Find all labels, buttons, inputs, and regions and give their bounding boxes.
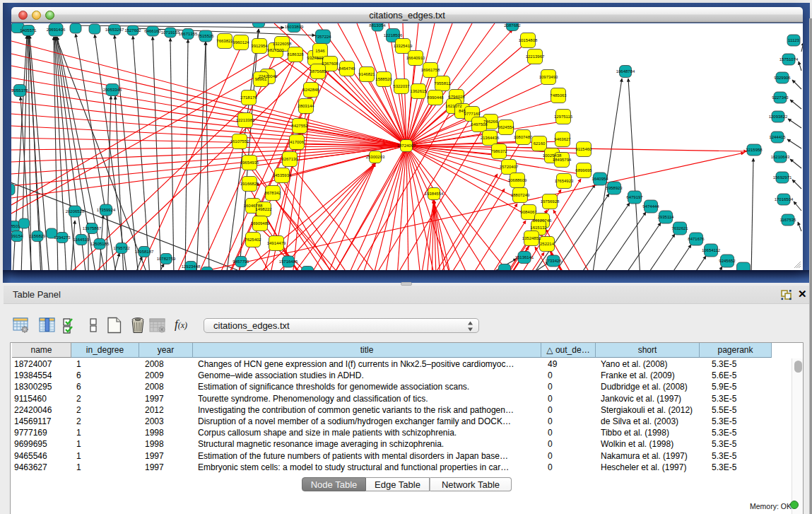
svg-text:9146821: 9146821 [358,72,375,76]
svg-text:9245652: 9245652 [719,259,736,263]
svg-text:16033809: 16033809 [285,25,304,29]
svg-text:12213382: 12213382 [236,118,255,122]
svg-text:15136141: 15136141 [515,255,534,259]
svg-text:2367608: 2367608 [322,62,339,66]
svg-text:1527602: 1527602 [124,28,141,33]
svg-text:7485063: 7485063 [550,93,567,98]
svg-text:9115460: 9115460 [576,147,593,151]
svg-text:13975867: 13975867 [83,226,102,230]
svg-text:1588520: 1588520 [375,77,392,81]
svg-text:9327503: 9327503 [307,56,324,60]
svg-text:9827500: 9827500 [267,48,284,52]
svg-text:417006: 417006 [290,140,305,144]
svg-text:12505185: 12505185 [90,242,110,246]
svg-text:5322037: 5322037 [393,84,410,88]
svg-text:1294273: 1294273 [54,235,71,240]
svg-text:18501: 18501 [11,224,20,228]
svg-text:8678342: 8678342 [264,191,281,195]
svg-text:8454749: 8454749 [339,66,355,71]
svg-text:7625402: 7625402 [245,238,261,242]
svg-text:16671355: 16671355 [179,32,198,36]
svg-text:20691406: 20691406 [47,28,66,32]
svg-text:20206528: 20206528 [66,209,85,214]
svg-text:9960124: 9960124 [233,40,249,45]
svg-text:2087682: 2087682 [504,23,521,28]
svg-text:15716485: 15716485 [279,259,298,264]
svg-text:12923448: 12923448 [182,264,201,269]
svg-text:9084067: 9084067 [520,210,537,214]
svg-text:17359924: 17359924 [97,208,116,212]
svg-text:18724007: 18724007 [397,144,416,148]
svg-text:1405571: 1405571 [20,28,37,33]
svg-text:18807249: 18807249 [511,193,530,197]
svg-text:14914479: 14914479 [267,241,286,245]
svg-text:9329906: 9329906 [774,76,791,80]
svg-text:1498222: 1498222 [255,207,272,211]
svg-text:252214: 252214 [540,242,555,246]
svg-text:98961: 98961 [255,77,267,81]
svg-text:8990448: 8990448 [427,95,444,100]
svg-text:2803144: 2803144 [298,104,314,108]
svg-text:15720407: 15720407 [500,165,519,169]
svg-text:6466160: 6466160 [144,29,161,33]
svg-text:8813054: 8813054 [369,23,386,28]
svg-text:25300203: 25300203 [366,155,385,159]
svg-text:7357224: 7357224 [314,35,331,39]
svg-text:10958187: 10958187 [135,250,154,254]
svg-text:9463627: 9463627 [554,137,571,141]
svg-text:17654923: 17654923 [555,179,574,183]
svg-text:10807487: 10807487 [514,135,533,139]
svg-text:10653267: 10653267 [105,28,124,32]
svg-text:9474444: 9474444 [642,204,659,209]
svg-text:1156829: 1156829 [30,234,47,238]
svg-text:7515526: 7515526 [197,34,214,38]
svg-text:15751074: 15751074 [779,57,799,62]
svg-text:10154808: 10154808 [519,38,538,42]
svg-text:19756928: 19756928 [541,199,560,204]
svg-text:20053346: 20053346 [103,88,122,92]
svg-text:13325419: 13325419 [394,44,413,48]
svg-text:12093822: 12093822 [769,115,788,119]
svg-text:2718176: 2718176 [240,95,257,100]
svg-text:21364436: 21364436 [481,136,500,140]
svg-text:16107552: 16107552 [230,139,249,144]
svg-text:7955812: 7955812 [434,81,451,86]
svg-text:19166825: 19166825 [240,182,259,186]
svg-text:6497508: 6497508 [471,122,488,127]
svg-text:10648784: 10648784 [616,69,635,74]
svg-text:1167535: 1167535 [780,218,797,222]
svg-text:7986372: 7986372 [490,149,507,153]
svg-text:3267130: 3267130 [281,157,298,161]
svg-text:62160: 62160 [534,141,546,146]
svg-text:9227343: 9227343 [772,95,789,100]
svg-text:16961758: 16961758 [421,68,440,72]
svg-text:1621072: 1621072 [445,104,462,108]
svg-text:17016504: 17016504 [775,197,794,201]
svg-text:5958923: 5958923 [606,186,623,190]
svg-text:1615132: 1615132 [530,226,547,230]
svg-text:7663822: 7663822 [216,39,233,43]
svg-text:9777169: 9777169 [464,112,481,116]
svg-text:1362615: 1362615 [410,89,427,93]
svg-text:1546: 1546 [315,49,325,53]
svg-text:8186328: 8186328 [287,52,304,57]
svg-text:1244415: 1244415 [769,135,786,139]
svg-text:10782759: 10782759 [157,257,176,261]
svg-text:2935114: 2935114 [658,215,675,219]
svg-text:10973493: 10973493 [539,75,558,79]
svg-text:7632621: 7632621 [671,226,688,230]
svg-text:13226058: 13226058 [273,42,292,46]
svg-text:18495794: 18495794 [553,158,572,162]
svg-text:12975115: 12975115 [554,115,573,119]
svg-text:3875685: 3875685 [310,69,326,74]
svg-text:3215958: 3215958 [746,148,763,152]
svg-text:6899695: 6899695 [575,168,592,173]
svg-text:11123: 11123 [788,38,799,42]
svg-text:15692971: 15692971 [773,175,792,180]
svg-text:14535934: 14535934 [273,173,292,177]
svg-text:16640910: 16640910 [406,56,425,60]
svg-text:39154: 39154 [11,234,23,238]
svg-text:16120746: 16120746 [533,218,552,223]
svg-text:12213967: 12213967 [526,54,545,59]
svg-text:9242848: 9242848 [302,88,319,92]
